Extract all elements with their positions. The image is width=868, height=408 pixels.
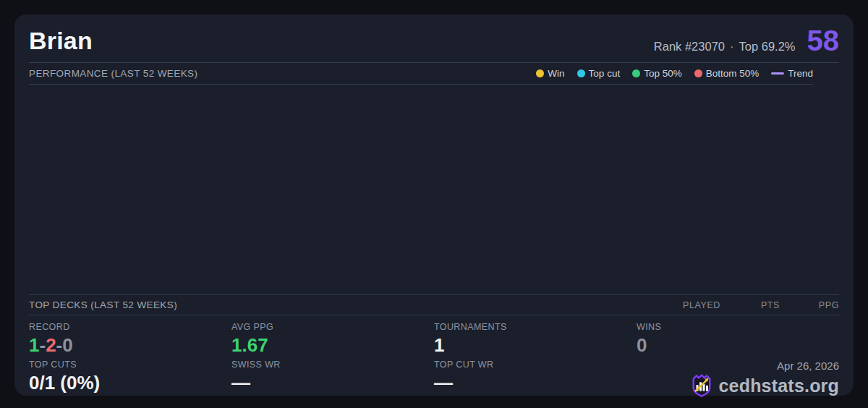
legend-item-win: Win (536, 68, 564, 79)
stat-swiss-wr-value: — (231, 373, 434, 394)
rank-block: Rank #23070·Top 69.2% 58 (654, 26, 839, 55)
site-link[interactable]: cedhstats.org (718, 375, 839, 396)
title-row: Brian Rank #23070·Top 69.2% 58 (29, 14, 839, 62)
legend-item-bottom50: Bottom 50% (694, 68, 760, 79)
stat-top-cuts-value: 0/1 (0%) (29, 373, 231, 394)
player-stats-card: Brian Rank #23070·Top 69.2% 58 PERFORMAN… (14, 14, 854, 396)
rank-text: Rank #23070·Top 69.2% (654, 40, 796, 54)
legend-label-trend: Trend (788, 68, 813, 79)
top-percent: Top 69.2% (739, 40, 796, 53)
brand-row: cedhstats.org (691, 374, 839, 397)
top50-dot-icon (632, 69, 640, 77)
top-decks-column-headers: PLAYED PTS PPG (661, 300, 839, 310)
legend-item-top50: Top 50% (632, 68, 682, 79)
stat-top-cuts-label: TOP CUTS (29, 360, 231, 370)
performance-section-title: PERFORMANCE (LAST 52 WEEKS) (29, 68, 197, 79)
column-header-ppg: PPG (780, 300, 839, 310)
stat-record: RECORD 1-2-0 (29, 315, 231, 353)
stat-tournaments: TOURNAMENTS 1 (434, 315, 637, 353)
stat-avg-ppg: AVG PPG 1.67 (231, 315, 434, 353)
player-score: 58 (807, 26, 840, 55)
chart-legend: Win Top cut Top 50% Bottom 50% Trend (536, 68, 839, 79)
stat-top-cut-wr-value: — (434, 373, 637, 394)
bottom50-dot-icon (694, 69, 702, 77)
legend-label-win: Win (548, 68, 564, 79)
stat-top-cuts: TOP CUTS 0/1 (0%) (29, 353, 231, 391)
stat-wins-label: WINS (637, 322, 839, 332)
win-dot-icon (536, 69, 544, 77)
cedhstats-shield-logo-icon (691, 374, 712, 397)
top-decks-section-title: TOP DECKS (LAST 52 WEEKS) (29, 299, 177, 310)
dot-separator: · (730, 40, 734, 53)
stat-wins: WINS 0 (637, 315, 839, 353)
top-cut-dot-icon (577, 69, 585, 77)
legend-item-top-cut: Top cut (577, 68, 621, 79)
legend-label-top50: Top 50% (644, 68, 682, 79)
legend-item-trend: Trend (771, 68, 813, 79)
legend-label-top-cut: Top cut (589, 68, 621, 79)
stat-record-label: RECORD (29, 322, 231, 332)
performance-chart-area (29, 85, 839, 294)
player-name: Brian (29, 27, 93, 55)
stat-swiss-wr: SWISS WR — (231, 353, 434, 391)
stats-grid: RECORD 1-2-0 AVG PPG 1.67 TOURNAMENTS 1 … (29, 315, 839, 397)
stat-tournaments-label: TOURNAMENTS (434, 322, 637, 332)
stat-avg-ppg-label: AVG PPG (231, 322, 434, 332)
stat-top-cut-wr: TOP CUT WR — (434, 353, 637, 391)
performance-header-row: PERFORMANCE (LAST 52 WEEKS) Win Top cut … (29, 63, 839, 84)
column-header-played: PLAYED (661, 300, 720, 310)
card-date: Apr 26, 2026 (777, 360, 839, 372)
column-header-pts: PTS (720, 300, 780, 310)
legend-label-bottom50: Bottom 50% (706, 68, 760, 79)
footer-block: Apr 26, 2026 cedhstats.org (637, 353, 839, 397)
top-decks-header-row: TOP DECKS (LAST 52 WEEKS) PLAYED PTS PPG (29, 294, 839, 315)
rank-number: Rank #23070 (654, 40, 725, 53)
stat-swiss-wr-label: SWISS WR (231, 360, 434, 370)
trend-line-icon (771, 72, 784, 75)
stat-top-cut-wr-label: TOP CUT WR (434, 360, 637, 370)
